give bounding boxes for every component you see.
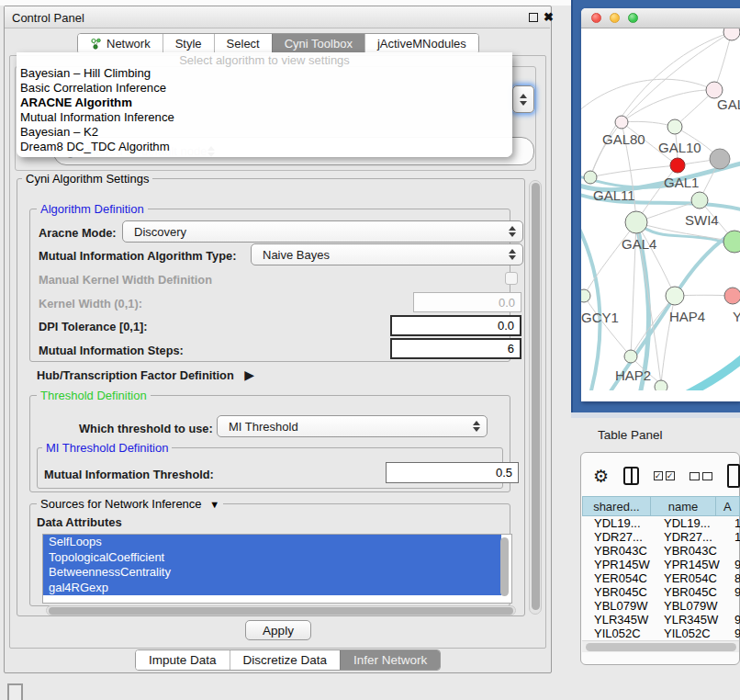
manual-kernel-checkbox[interactable] (505, 272, 518, 285)
table-row[interactable]: YDR27... YDR27... 12 (582, 530, 740, 544)
table-row[interactable]: YDL19... YDL19... 13 (582, 516, 740, 530)
top-tabstrip: Network Style Select Cyni Toolbox jActiv… (77, 33, 479, 54)
select-all-checkboxes-icon[interactable]: ✓✓ (654, 471, 675, 480)
node-gray[interactable] (710, 149, 730, 169)
table-row[interactable]: YLR345W YLR345W 9. (582, 613, 740, 627)
node-label: GAL4 (622, 236, 656, 252)
node-label: GAL80 (602, 131, 645, 147)
which-threshold-combo[interactable]: MI Threshold (217, 415, 488, 437)
scrollbar-thumb[interactable] (586, 643, 736, 651)
dropdown-item[interactable]: Basic Correlation Inference (17, 81, 512, 96)
network-icon (90, 38, 102, 50)
node-swi4[interactable] (691, 192, 708, 209)
dpi-tolerance-field[interactable]: 0.0 (390, 315, 521, 336)
table-row[interactable]: YBR043C YBR043C (582, 544, 740, 558)
network-graph: GAL GAL80 GAL10 GAL1 GAL11 SWI4 GAL4 GCY… (581, 28, 740, 390)
close-traffic-icon[interactable] (591, 13, 601, 23)
node-hap4[interactable] (666, 287, 684, 305)
attribute-item-selected[interactable]: TopologicalCoefficient (43, 550, 501, 566)
cell-value: 9. (733, 585, 740, 599)
close-icon[interactable]: ✖ (544, 10, 554, 24)
table-horizontal-scrollbar[interactable] (582, 640, 739, 652)
network-window-titlebar[interactable] (581, 8, 740, 28)
node-hap2[interactable] (624, 350, 637, 363)
node-gal4[interactable] (625, 211, 647, 233)
float-window-icon[interactable] (529, 13, 538, 22)
column-header-partial[interactable]: A (716, 496, 740, 516)
dropdown-item[interactable]: Dream8 DC_TDC Algorithm (17, 140, 512, 154)
table-row[interactable]: YER054C YER054C 8. (582, 571, 740, 585)
sources-title-expander[interactable]: Sources for Network Inference ▼ (37, 497, 223, 511)
node[interactable] (584, 171, 597, 184)
dropdown-item[interactable]: Mutual Information Inference (17, 110, 512, 125)
tab-discretize-data[interactable]: Discretize Data (230, 650, 341, 670)
table-row[interactable]: YIL052C YIL052C 9 (582, 627, 740, 640)
tab-jactivemnodules[interactable]: jActiveMNodules (364, 34, 478, 53)
dropdown-item[interactable]: Bayesian – Hill Climbing (17, 66, 512, 81)
attribute-item-selected[interactable]: BetweennessCentrality (43, 565, 501, 581)
list-scrollbar-thumb[interactable] (500, 537, 509, 596)
cell-value: 9 (733, 627, 740, 640)
gear-icon[interactable]: ⚙ (593, 468, 609, 485)
mi-type-combo[interactable]: Naive Bayes (251, 243, 523, 265)
attribute-item-selected[interactable]: SelfLoops (43, 535, 501, 550)
dropdown-item-highlighted[interactable]: ARACNE Algorithm (17, 96, 512, 110)
tab-network[interactable]: Network (78, 34, 163, 53)
panel-divider (571, 412, 740, 418)
expander-down-arrow-icon: ▼ (209, 499, 219, 510)
column-header-name[interactable]: name (651, 496, 716, 516)
table-toolbar: ⚙ ✓✓ (580, 457, 740, 494)
aracne-mode-combo[interactable]: Discovery (122, 220, 523, 243)
algorithm-definition-title: Algorithm Definition (37, 202, 148, 216)
tab-select[interactable]: Select (214, 34, 272, 53)
cell-name: YIL052C (659, 627, 733, 640)
zoom-traffic-icon[interactable] (628, 13, 638, 23)
minimize-traffic-icon[interactable] (610, 13, 620, 23)
kernel-width-field[interactable]: 0.0 (413, 292, 521, 312)
node-gal1-red[interactable] (670, 158, 685, 173)
cell-shared: YBR045C (582, 585, 659, 599)
node-gal80[interactable] (615, 116, 628, 129)
node-bright-green[interactable] (723, 231, 740, 253)
settings-vertical-scrollbar[interactable] (529, 180, 542, 615)
algorithm-combo-stepper[interactable] (512, 85, 534, 113)
settings-horizontal-scrollbar[interactable] (46, 605, 516, 615)
network-canvas[interactable]: GAL GAL80 GAL10 GAL1 GAL11 SWI4 GAL4 GCY… (581, 28, 740, 390)
cell-shared: YDR27... (582, 530, 659, 544)
node[interactable] (655, 380, 667, 390)
tab-impute-data[interactable]: Impute Data (136, 650, 230, 670)
hub-definition-expander[interactable]: Hub/Transcription Factor Definition ▶ (37, 367, 254, 382)
dock-restore-icon[interactable] (7, 683, 23, 700)
stepper-down-icon (520, 101, 527, 106)
table-header-row: shared... name A (582, 496, 740, 516)
partial-toolbar-icon[interactable] (727, 464, 740, 488)
table-row[interactable]: YPR145W YPR145W 9. (582, 558, 740, 571)
tab-style[interactable]: Style (163, 34, 214, 53)
cell-shared: YPR145W (582, 558, 659, 571)
table-body: YDL19... YDL19... 13 YDR27... YDR27... 1… (582, 516, 740, 640)
cell-name: YPR145W (659, 558, 733, 571)
attribute-item-selected[interactable]: gal4RGexp (43, 581, 501, 596)
scrollbar-thumb[interactable] (49, 607, 513, 615)
tab-infer-network[interactable]: Infer Network (340, 650, 440, 670)
node-label: GAL10 (658, 140, 701, 155)
column-header-shared[interactable]: shared... (582, 496, 651, 516)
node-gal10[interactable] (667, 119, 682, 134)
node[interactable] (723, 28, 740, 40)
table-row[interactable]: YBR045C YBR045C 9. (582, 585, 740, 599)
tab-cyni-toolbox[interactable]: Cyni Toolbox (272, 34, 364, 53)
node-gcy1[interactable] (581, 289, 590, 302)
deselect-all-checkboxes-icon[interactable] (690, 472, 712, 480)
table-row[interactable]: YBL079W YBL079W (582, 599, 740, 613)
node-label: HAP4 (669, 309, 705, 324)
scrollbar-thumb[interactable] (532, 183, 540, 610)
node-salmon[interactable] (724, 288, 740, 304)
columns-icon[interactable] (623, 467, 638, 485)
mi-steps-field[interactable]: 6 (390, 338, 521, 359)
cell-value: 13 (733, 516, 740, 530)
cell-shared: YER054C (582, 571, 659, 585)
dropdown-item[interactable]: Bayesian – K2 (17, 125, 512, 140)
apply-button[interactable]: Apply (245, 620, 311, 640)
mi-steps-label: Mutual Information Steps: (39, 344, 184, 357)
mi-threshold-field[interactable]: 0.5 (386, 462, 519, 483)
